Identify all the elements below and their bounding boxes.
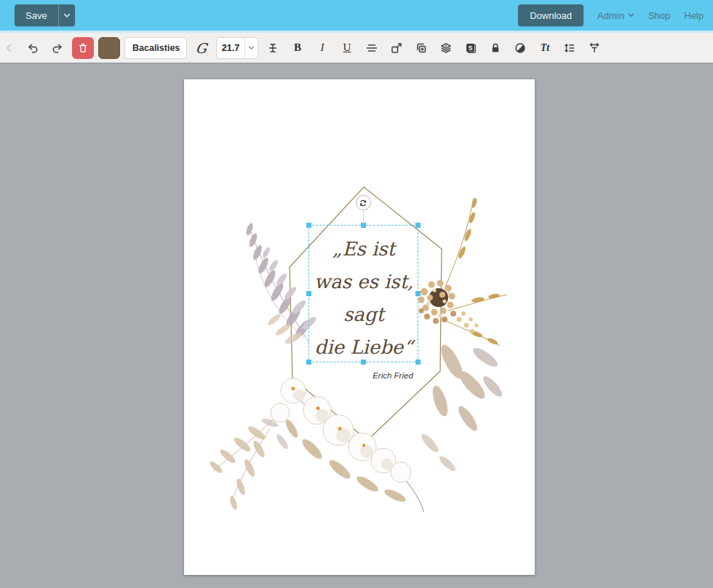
text-case-button[interactable]: Tt (535, 38, 555, 58)
italic-icon: I (321, 41, 324, 54)
resize-handle-bottom-left[interactable] (306, 359, 311, 365)
undo-icon (25, 41, 40, 55)
editor-canvas[interactable]: „Es ist was es ist, sagt die Liebe“ Eric… (0, 64, 713, 588)
font-size-dropdown[interactable] (244, 38, 258, 58)
duplicate-icon (415, 41, 428, 55)
font-family-select[interactable]: Bacalisties (124, 37, 187, 59)
rotation-connector (363, 211, 364, 223)
attribution-text: Erich Fried (349, 371, 437, 380)
strikethrough-button[interactable] (263, 38, 283, 58)
redo-button[interactable] (47, 38, 68, 58)
save-dropdown-button[interactable] (58, 4, 75, 26)
align-button[interactable] (362, 38, 382, 58)
line-spacing-icon (563, 41, 576, 55)
resize-button[interactable] (386, 38, 407, 58)
top-bar: Save Download Admin Shop Help (0, 0, 713, 31)
help-link[interactable]: Help (684, 10, 704, 21)
text-color-swatch[interactable] (98, 37, 120, 59)
chevron-down-icon (248, 46, 255, 50)
duplicate-button[interactable] (411, 38, 431, 58)
rotation-handle[interactable] (356, 195, 371, 210)
shop-link[interactable]: Shop (648, 10, 670, 21)
align-center-icon (365, 41, 378, 55)
rotate-icon (359, 199, 367, 207)
resize-handle-top-right[interactable] (415, 223, 421, 228)
font-size-control (216, 37, 258, 59)
script-g-icon: G (195, 40, 208, 56)
font-family-value: Bacalisties (132, 43, 180, 53)
scroll-left-button[interactable] (4, 38, 14, 58)
opacity-icon (514, 41, 527, 55)
chevron-down-icon (63, 13, 71, 18)
underline-button[interactable]: U (337, 38, 357, 58)
left-beige-branches (208, 416, 290, 511)
styles-badge-icon: S (464, 41, 477, 55)
right-cluster (418, 197, 508, 433)
italic-button[interactable]: I (312, 38, 332, 58)
layers-button[interactable] (436, 38, 456, 58)
svg-text:S: S (469, 44, 473, 51)
shop-label: Shop (648, 10, 670, 21)
redo-icon (50, 41, 65, 55)
resize-handle-top-left[interactable] (306, 223, 311, 228)
underline-icon: U (343, 41, 351, 54)
chevron-left-icon (6, 44, 12, 52)
resize-handle-top-center[interactable] (361, 223, 366, 228)
font-style-button[interactable]: G (191, 38, 212, 58)
trash-icon (77, 42, 89, 54)
selection-box (308, 225, 418, 362)
resize-handle-bottom-center[interactable] (361, 359, 366, 365)
opacity-button[interactable] (510, 38, 530, 58)
artboard-page[interactable]: „Es ist was es ist, sagt die Liebe“ Eric… (184, 79, 535, 575)
resize-handle-mid-left[interactable] (306, 291, 311, 296)
chevron-down-icon (180, 46, 181, 50)
admin-menu[interactable]: Admin (597, 10, 634, 21)
resize-icon (390, 41, 403, 55)
letter-spacing-icon (588, 41, 601, 55)
white-flower-garland (271, 378, 423, 512)
resize-handle-mid-right[interactable] (415, 291, 421, 296)
letter-spacing-button[interactable] (584, 38, 605, 58)
download-button[interactable]: Download (518, 4, 583, 26)
font-size-input[interactable] (217, 38, 244, 58)
undo-button[interactable] (23, 38, 43, 58)
format-toolbar: Bacalisties G B I U (0, 31, 713, 64)
bold-button[interactable]: B (287, 38, 308, 58)
help-label: Help (684, 10, 704, 21)
lock-button[interactable] (485, 38, 506, 58)
save-button[interactable]: Save (15, 4, 58, 26)
save-label: Save (25, 10, 47, 21)
bold-icon: B (294, 41, 301, 54)
line-spacing-button[interactable] (559, 38, 580, 58)
chevron-down-icon (628, 13, 634, 17)
delete-button[interactable] (72, 37, 94, 59)
layers-icon (439, 41, 453, 55)
text-case-icon: Tt (541, 42, 549, 54)
strikethrough-icon (266, 41, 279, 55)
admin-label: Admin (597, 10, 624, 21)
lock-icon (489, 41, 502, 55)
save-button-group: Save (15, 4, 75, 26)
resize-handle-bottom-right[interactable] (415, 359, 421, 365)
download-label: Download (530, 10, 572, 21)
styles-button[interactable]: S (461, 38, 481, 58)
bottom-right-leaves (419, 432, 458, 473)
